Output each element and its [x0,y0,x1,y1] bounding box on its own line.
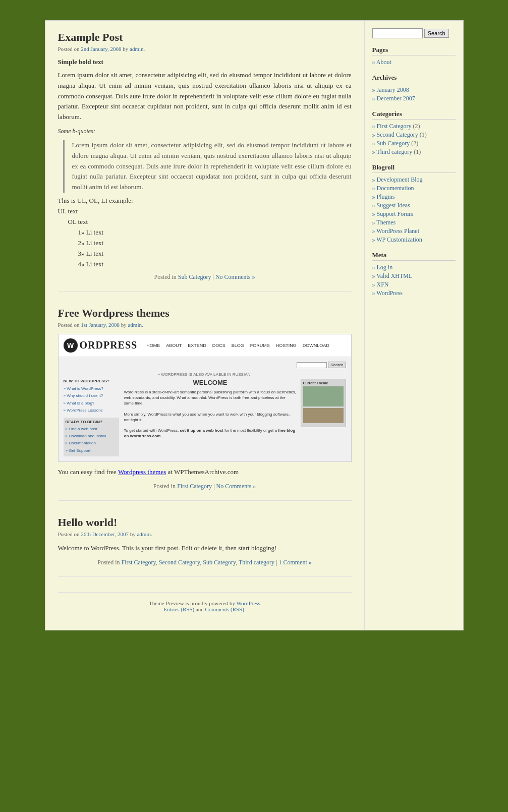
wp-link-4: » WordPress Lessons [64,407,119,414]
xhtml-link[interactable]: Valid XHTML [376,272,412,279]
post3-cat1[interactable]: First Category [122,559,156,566]
post1-category-link[interactable]: Sub Category [178,273,211,280]
wp-search-bar: Search [64,362,346,368]
wp-ready-1: » Find a web host [66,426,117,433]
outer-wrapper: Example Post Posted on 2nd January, 2008… [35,0,474,651]
post1-date[interactable]: 2nd January, 2008 [81,46,121,52]
themes-link[interactable]: Themes [376,219,396,226]
dec2007-link[interactable]: December 2007 [377,95,415,102]
main-content: Example Post Posted on 2nd January, 2008… [45,21,365,630]
post1-li-1: 1» Li text [78,228,352,237]
about-link[interactable]: About [376,59,391,66]
post3-footer: Posted in First Category, Second Categor… [58,559,352,566]
sidebar: Search Pages About Archives January 2008… [365,21,463,630]
post3-author[interactable]: admin [137,531,151,537]
sidebar-blogroll-plugins: Plugins [372,193,456,201]
wp-right-col: Current Theme WELCOME WordPress is a sta… [124,379,346,456]
post3-cat3[interactable]: Sub Category [203,559,236,566]
wp-current-theme-label: Current Theme [303,381,344,385]
post1-body: Lorem ipsum dolor sit amet, consectetur … [58,70,352,123]
wp-theme-preview2 [303,408,344,423]
wp-new-links: » What is WordPress? » Why should I use … [64,385,119,415]
sidebar-item-about: About [372,58,456,67]
wordpress-meta-link[interactable]: WordPress [376,289,403,297]
wp-search-input[interactable] [297,362,327,368]
post-wordpress-themes: Free Wordpress themes Posted on 1st Janu… [58,307,352,501]
sidebar-archives: Archives January 2008 December 2007 [372,74,456,103]
sidebar-item-dec2007: December 2007 [372,94,456,103]
docs-link[interactable]: Documentation [377,185,414,192]
wp-nav-blog: BLOG [232,343,244,348]
plugins-link[interactable]: Plugins [377,193,395,200]
footer-wp-link[interactable]: WordPress [236,600,260,606]
search-button[interactable]: Search [424,29,449,38]
wp-nav-about: ABOUT [166,343,182,348]
sidebar-blogroll-wpcustom: WP Customization [372,236,456,244]
wp-ready-3: » Documentation [66,440,117,447]
sidebar-meta-xfn: XFN [372,280,456,289]
wp-nav-home: HOME [146,343,160,348]
post2-footer: Posted in First Category | No Comments » [58,483,352,490]
suggest-link[interactable]: Suggest Ideas [377,202,410,209]
post1-ol-text: OL text [68,218,352,226]
post3-cat4[interactable]: Third category [239,559,274,566]
post2-themes-link[interactable]: Wordpress themes [118,468,166,476]
post3-date[interactable]: 26th December, 2007 [81,531,129,537]
wpplanet-link[interactable]: WordPress Planet [376,227,419,235]
post1-li-4: 4» Li text [78,260,352,268]
post3-cat2[interactable]: Second Category [159,559,200,566]
wp-body: Search » WORDPRESS IS ALSO AVAILABLE IN … [59,357,351,461]
sidebar-blogroll-support: Support Forum [372,210,456,218]
page-footer: Theme Preview is proudly powered by Word… [58,592,352,620]
sidebar-blogroll: Blogroll Development Blog Documentation … [372,163,456,244]
post2-comments-link[interactable]: No Comments » [216,483,256,490]
sidebar-cat-third: Third category (1) [372,148,456,156]
post2-category-link[interactable]: First Category [177,483,212,490]
devblog-link[interactable]: Development Blog [377,176,423,183]
sidebar-meta-wordpress: WordPress [372,289,456,298]
footer-comments-rss-link[interactable]: Comments (RSS) [205,606,244,612]
wp-link-3: » What is a blog? [64,400,119,407]
post2-title: Free Wordpress themes [58,307,352,320]
search-input[interactable] [372,28,423,38]
meta-heading: Meta [372,251,456,261]
wp-current-theme: Current Theme [301,379,346,427]
post1-author[interactable]: admin [130,46,144,52]
wp-screenshot: W ORDPRESS HOME ABOUT EXTEND DOCS BLOG F… [58,334,352,462]
wp-link-2: » Why should I use it? [64,392,119,399]
post1-blockquote: Lorem ipsum dolor sit amet, consectetur … [63,140,352,193]
cat-second-link[interactable]: Second Category [377,131,418,138]
wpcustom-link[interactable]: WP Customization [376,236,422,243]
post2-author[interactable]: admin [128,322,142,328]
footer-rss-link[interactable]: Entries (RSS) [163,606,194,612]
post-hello-world: Hello world! Posted on 26th December, 20… [58,516,352,577]
login-link[interactable]: Log in [377,264,393,271]
post-example: Example Post Posted on 2nd January, 2008… [58,31,352,292]
wp-search-btn[interactable]: Search [328,362,346,368]
sidebar-cat-second: Second Category (1) [372,131,456,139]
sidebar-pages: Pages About [372,46,456,67]
wp-ready-box: READY TO BEGIN? » Find a web host » Down… [64,418,119,457]
jan2008-link[interactable]: January 2008 [377,86,409,93]
wp-header: W ORDPRESS HOME ABOUT EXTEND DOCS BLOG F… [59,334,351,357]
wp-logo-text: ORDPRESS [80,339,138,351]
post3-comments-link[interactable]: 1 Comment » [278,559,311,566]
wp-ready-4: » Get Support [66,447,117,454]
wp-ready-heading: READY TO BEGIN? [66,420,117,424]
wp-logo-icon: W [64,338,78,353]
wp-nav-extend: EXTEND [188,343,206,348]
cat-sub-link[interactable]: Sub Category [377,140,410,147]
sidebar-item-jan2008: January 2008 [372,86,456,94]
cat-third-link[interactable]: Third category [376,148,412,155]
xfn-link[interactable]: XFN [377,281,389,288]
post1-title: Example Post [58,31,352,44]
wp-left-col: NEW TO WORDPRESS? » What is WordPress? »… [64,379,119,456]
post1-ul-ol: This is UL, OL, LI example: UL text OL t… [58,197,352,268]
cat-first-link[interactable]: First Category [377,123,412,130]
post2-date[interactable]: 1st January, 2008 [81,322,120,328]
wp-ready-2: » Download and Install [66,433,117,440]
support-link[interactable]: Support Forum [377,210,414,217]
post1-by: by [122,46,130,52]
post1-comments-link[interactable]: No Comments » [215,273,255,280]
post1-bquotes-label: Some b-quotes: [58,128,352,135]
